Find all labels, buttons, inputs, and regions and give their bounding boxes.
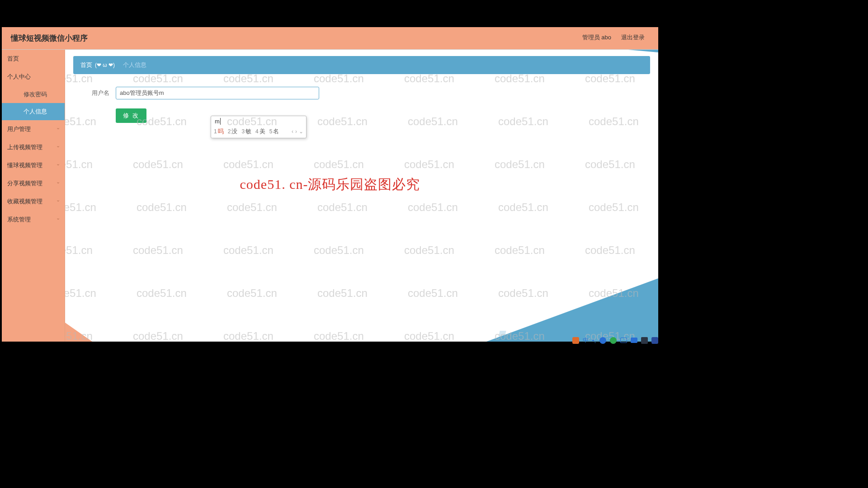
- tray-icon-input-mode[interactable]: 中: [583, 336, 589, 344]
- ime-candidate-2[interactable]: 2没: [228, 127, 238, 136]
- sidebar-item-home[interactable]: 首页: [2, 50, 65, 68]
- sidebar-item-upload-video-mgmt[interactable]: 上传视频管理: [2, 138, 65, 156]
- submit-button[interactable]: 修 改: [116, 108, 146, 123]
- tray-icon-tool[interactable]: [631, 338, 637, 343]
- breadcrumb-current: 个人信息: [123, 61, 146, 69]
- breadcrumb-home[interactable]: 首页: [80, 61, 92, 69]
- tray-icon-settings[interactable]: [651, 337, 658, 344]
- ime-popup: m 1吗 2没 3敏 4美 5名 ‹ › ⌄: [211, 116, 307, 138]
- app-title: 懂球短视频微信小程序: [11, 33, 88, 43]
- ime-prev-icon[interactable]: ‹: [292, 128, 293, 135]
- sidebar-item-favorite-video-mgmt[interactable]: 收藏视频管理: [2, 192, 65, 211]
- breadcrumb-emoji: (❤ ω ❤): [95, 62, 115, 68]
- ime-more-icon[interactable]: ⌄: [299, 128, 303, 135]
- ime-candidate-5[interactable]: 5名: [269, 127, 279, 136]
- sidebar-item-share-video-mgmt[interactable]: 分享视频管理: [2, 174, 65, 192]
- sidebar-item-personal-center[interactable]: 个人中心: [2, 68, 65, 86]
- sidebar-item-dongqiu-video-mgmt[interactable]: 懂球视频管理: [2, 156, 65, 174]
- sidebar-subitem-change-password[interactable]: 修改密码: [2, 86, 65, 103]
- app-header: 懂球短视频微信小程序: [2, 27, 658, 50]
- decor-triangle-bottom-right: [486, 278, 658, 342]
- sidebar: 首页 个人中心 修改密码 个人信息 用户管理 上传视频管理 懂球视频管理 分享视…: [2, 50, 65, 342]
- tray-icon-user[interactable]: [610, 337, 617, 344]
- ime-candidate-3[interactable]: 3敏: [241, 127, 251, 136]
- admin-label[interactable]: 管理员 abo: [582, 33, 611, 42]
- tray-icon-sogou[interactable]: [572, 337, 579, 344]
- tray-icon-keyboard[interactable]: [620, 338, 627, 343]
- username-input[interactable]: [116, 87, 319, 99]
- system-tray: 中 •,: [572, 336, 658, 344]
- logout-link[interactable]: 退出登录: [621, 33, 645, 42]
- ime-typed: m: [215, 118, 221, 125]
- ime-candidate-1[interactable]: 1吗: [214, 127, 224, 136]
- breadcrumb: 首页 (❤ ω ❤) 个人信息: [73, 56, 650, 74]
- ime-next-icon[interactable]: ›: [295, 128, 297, 135]
- tray-icon-skin[interactable]: [641, 337, 648, 344]
- sidebar-item-system-mgmt[interactable]: 系统管理: [2, 211, 65, 229]
- tray-icon-punct[interactable]: •,: [592, 337, 596, 344]
- username-label: 用户名: [79, 89, 109, 97]
- sidebar-item-user-mgmt[interactable]: 用户管理: [2, 120, 65, 138]
- ime-candidate-4[interactable]: 4美: [255, 127, 265, 136]
- tray-icon-cloud[interactable]: [599, 337, 606, 344]
- sidebar-subitem-personal-info[interactable]: 个人信息: [2, 103, 65, 120]
